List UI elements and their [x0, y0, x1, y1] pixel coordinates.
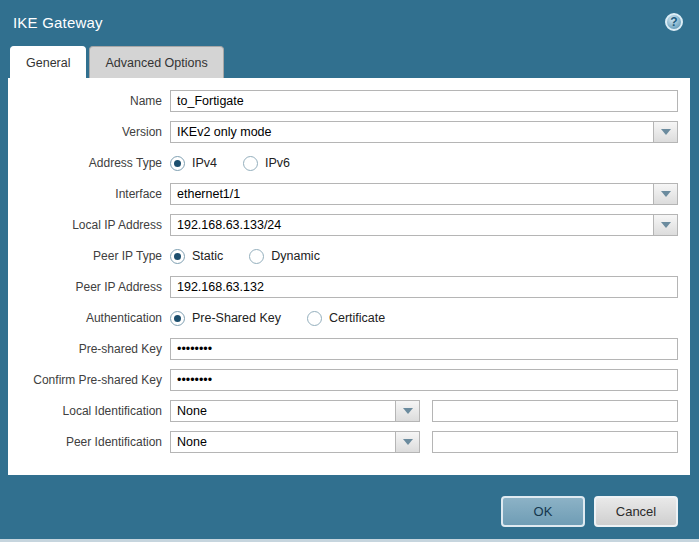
version-dropdown-trigger[interactable] — [653, 122, 677, 142]
local-identification-select-value: None — [171, 401, 395, 421]
local-ip-dropdown-trigger[interactable] — [653, 215, 677, 235]
chevron-down-icon — [661, 191, 671, 197]
address-type-option-ipv4[interactable]: IPv4 — [170, 156, 217, 171]
interface-select-value: ethernet1/1 — [171, 184, 653, 204]
tab-advanced-options[interactable]: Advanced Options — [89, 46, 223, 78]
name-input[interactable] — [170, 90, 678, 112]
peer-identification-value-input[interactable] — [432, 431, 678, 453]
tab-bar: General Advanced Options — [0, 44, 699, 78]
preshared-key-input[interactable] — [170, 338, 678, 360]
interface-select[interactable]: ethernet1/1 — [170, 183, 678, 205]
authentication-label: Authentication — [8, 311, 170, 325]
version-select[interactable]: IKEv2 only mode — [170, 121, 678, 143]
version-label: Version — [8, 125, 170, 139]
dialog-footer: OK Cancel — [501, 496, 678, 527]
local-ip-row: Local IP Address 192.168.63.133/24 — [8, 214, 684, 236]
peer-ip-label: Peer IP Address — [8, 280, 170, 294]
peer-ip-input[interactable] — [170, 276, 678, 298]
radio-static-icon[interactable] — [170, 249, 185, 264]
tab-general-label: General — [26, 56, 70, 70]
confirm-preshared-key-input[interactable] — [170, 369, 678, 391]
radio-ipv4-icon[interactable] — [170, 156, 185, 171]
radio-dynamic-icon[interactable] — [249, 249, 264, 264]
dialog-title: IKE Gateway — [13, 14, 103, 31]
local-identification-select[interactable]: None — [170, 400, 420, 422]
authentication-row: Authentication Pre-Shared Key Certificat… — [8, 307, 684, 329]
local-identification-value-input[interactable] — [432, 400, 678, 422]
authentication-option-psk[interactable]: Pre-Shared Key — [170, 311, 281, 326]
radio-psk-icon[interactable] — [170, 311, 185, 326]
confirm-preshared-key-row: Confirm Pre-shared Key — [8, 369, 684, 391]
version-row: Version IKEv2 only mode — [8, 121, 684, 143]
name-row: Name — [8, 90, 684, 112]
local-ip-select-value: 192.168.63.133/24 — [171, 215, 653, 235]
tab-advanced-options-label: Advanced Options — [105, 56, 207, 70]
interface-dropdown-trigger[interactable] — [653, 184, 677, 204]
local-ip-label: Local IP Address — [8, 218, 170, 232]
peer-identification-select[interactable]: None — [170, 431, 420, 453]
confirm-preshared-key-label: Confirm Pre-shared Key — [8, 373, 170, 387]
local-identification-dropdown-trigger[interactable] — [395, 401, 419, 421]
radio-certificate-label: Certificate — [329, 311, 385, 325]
radio-ipv6-label: IPv6 — [265, 156, 290, 170]
interface-label: Interface — [8, 187, 170, 201]
authentication-option-certificate[interactable]: Certificate — [307, 311, 385, 326]
version-select-value: IKEv2 only mode — [171, 122, 653, 142]
peer-identification-label: Peer Identification — [8, 435, 170, 449]
local-identification-label: Local Identification — [8, 404, 170, 418]
chevron-down-icon — [661, 129, 671, 135]
address-type-row: Address Type IPv4 IPv6 — [8, 152, 684, 174]
peer-ip-row: Peer IP Address — [8, 276, 684, 298]
radio-ipv6-icon[interactable] — [243, 156, 258, 171]
address-type-label: Address Type — [8, 156, 170, 170]
help-icon[interactable]: ? — [665, 13, 683, 31]
cancel-button[interactable]: Cancel — [594, 496, 678, 527]
chevron-down-icon — [403, 408, 413, 414]
local-ip-select[interactable]: 192.168.63.133/24 — [170, 214, 678, 236]
name-label: Name — [8, 94, 170, 108]
peer-ip-type-option-dynamic[interactable]: Dynamic — [249, 249, 320, 264]
peer-ip-type-row: Peer IP Type Static Dynamic — [8, 245, 684, 267]
radio-static-label: Static — [192, 249, 223, 263]
radio-psk-label: Pre-Shared Key — [192, 311, 281, 325]
preshared-key-row: Pre-shared Key — [8, 338, 684, 360]
tab-general[interactable]: General — [10, 46, 86, 78]
chevron-down-icon — [403, 439, 413, 445]
peer-identification-row: Peer Identification None — [8, 431, 684, 453]
local-identification-row: Local Identification None — [8, 400, 684, 422]
radio-ipv4-label: IPv4 — [192, 156, 217, 170]
interface-row: Interface ethernet1/1 — [8, 183, 684, 205]
general-tab-panel: Name Version IKEv2 only mode Address Typ… — [8, 78, 690, 475]
address-type-option-ipv6[interactable]: IPv6 — [243, 156, 290, 171]
radio-dynamic-label: Dynamic — [271, 249, 320, 263]
peer-ip-type-label: Peer IP Type — [8, 249, 170, 263]
chevron-down-icon — [661, 222, 671, 228]
peer-identification-select-value: None — [171, 432, 395, 452]
preshared-key-label: Pre-shared Key — [8, 342, 170, 356]
ok-button[interactable]: OK — [501, 496, 585, 527]
dialog-titlebar: IKE Gateway ? — [0, 0, 699, 44]
peer-identification-dropdown-trigger[interactable] — [395, 432, 419, 452]
peer-ip-type-option-static[interactable]: Static — [170, 249, 223, 264]
radio-certificate-icon[interactable] — [307, 311, 322, 326]
